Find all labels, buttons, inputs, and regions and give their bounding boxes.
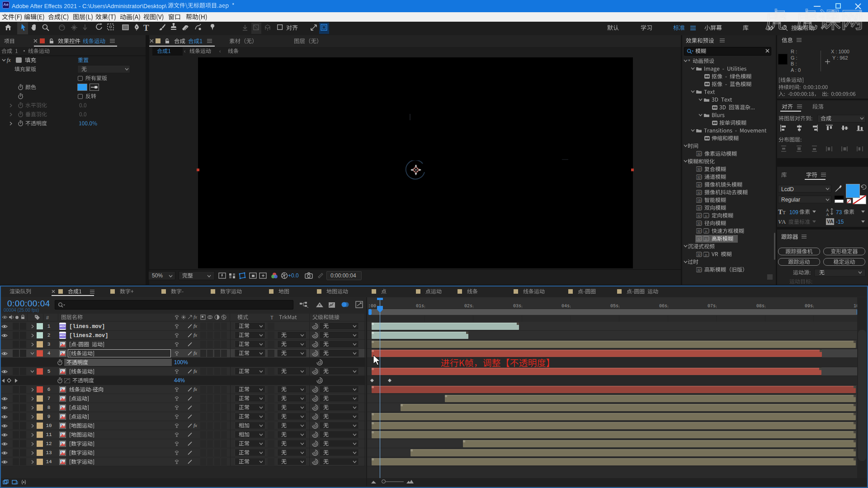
svg-text:32: 32: [697, 230, 701, 233]
svg-text:fx: fx: [705, 253, 708, 257]
svg-text:fx: fx: [705, 230, 708, 233]
svg-text:32: 32: [697, 237, 701, 240]
svg-text:32: 32: [697, 222, 701, 225]
svg-text:32: 32: [697, 176, 701, 179]
svg-text:32: 32: [697, 214, 701, 217]
svg-text:32: 32: [697, 253, 701, 256]
svg-text:32: 32: [697, 168, 701, 171]
svg-text:fx: fx: [705, 237, 708, 241]
svg-text:32: 32: [697, 268, 701, 272]
svg-text:fx: fx: [705, 214, 708, 218]
svg-text:32: 32: [697, 152, 701, 155]
svg-text:16: 16: [697, 199, 701, 202]
svg-text:32: 32: [697, 206, 701, 210]
svg-text:32: 32: [697, 191, 701, 194]
svg-text:32: 32: [697, 183, 701, 187]
